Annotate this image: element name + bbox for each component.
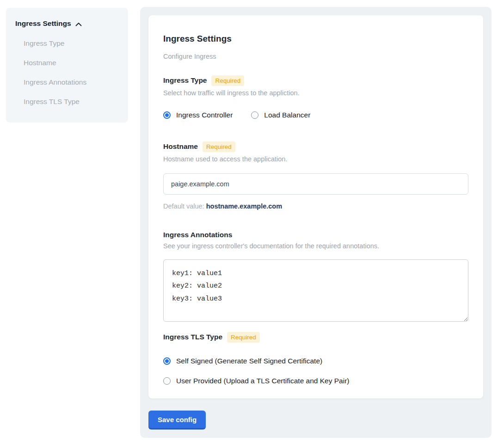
ingress-settings-card: Ingress Settings Configure Ingress Ingre… bbox=[148, 15, 483, 399]
page-subtitle: Configure Ingress bbox=[163, 53, 468, 60]
sidebar-group-ingress-settings[interactable]: Ingress Settings bbox=[15, 19, 119, 28]
radio-option-load-balancer[interactable]: Load Balancer bbox=[251, 111, 310, 119]
radio-selected-icon[interactable] bbox=[163, 357, 171, 365]
radio-label: Ingress Controller bbox=[176, 111, 233, 119]
radio-option-user-provided[interactable]: User Provided (Upload a TLS Certificate … bbox=[163, 377, 468, 385]
radio-option-self-signed[interactable]: Self Signed (Generate Self Signed Certif… bbox=[163, 357, 468, 365]
ingress-annotations-textarea[interactable]: key1: value1 key2: value2 key3: value3 bbox=[163, 259, 468, 322]
page: Ingress Settings Ingress Type Hostname I… bbox=[0, 0, 504, 448]
sidebar-item-ingress-tls-type[interactable]: Ingress TLS Type bbox=[24, 98, 119, 105]
radio-selected-icon[interactable] bbox=[163, 111, 171, 119]
section-ingress-annotations: Ingress Annotations See your ingress con… bbox=[163, 231, 468, 322]
radio-unselected-icon[interactable] bbox=[163, 377, 171, 385]
ingress-annotations-description: See your ingress controller's documentat… bbox=[163, 242, 468, 250]
radio-unselected-icon[interactable] bbox=[251, 111, 258, 119]
required-badge: Required bbox=[227, 332, 260, 343]
ingress-tls-type-label: Ingress TLS Type bbox=[163, 333, 222, 341]
hostname-label: Hostname bbox=[163, 142, 198, 151]
hostname-input[interactable] bbox=[163, 173, 468, 195]
main-panel: Ingress Settings Configure Ingress Ingre… bbox=[140, 7, 492, 438]
radio-option-ingress-controller[interactable]: Ingress Controller bbox=[163, 111, 233, 119]
sidebar-item-list: Ingress Type Hostname Ingress Annotation… bbox=[15, 40, 119, 105]
radio-label: Load Balancer bbox=[264, 111, 310, 119]
save-row: Save config bbox=[148, 411, 483, 430]
radio-label: Self Signed (Generate Self Signed Certif… bbox=[176, 357, 322, 365]
radio-label: User Provided (Upload a TLS Certificate … bbox=[176, 377, 349, 385]
sidebar-item-ingress-annotations[interactable]: Ingress Annotations bbox=[24, 79, 119, 86]
section-ingress-tls-type: Ingress TLS Type Required Self Signed (G… bbox=[163, 332, 468, 385]
hostname-default-line: Default value:hostname.example.com bbox=[163, 203, 468, 210]
ingress-type-label: Ingress Type bbox=[163, 76, 207, 85]
section-hostname: Hostname Required Hostname used to acces… bbox=[163, 141, 468, 210]
required-badge: Required bbox=[203, 141, 235, 152]
default-value-prefix: Default value: bbox=[163, 203, 204, 210]
required-badge: Required bbox=[211, 75, 244, 86]
hostname-description: Hostname used to access the application. bbox=[163, 155, 468, 163]
default-value-text: hostname.example.com bbox=[206, 203, 282, 210]
settings-sidebar: Ingress Settings Ingress Type Hostname I… bbox=[6, 8, 128, 123]
section-ingress-type: Ingress Type Required Select how traffic… bbox=[163, 75, 468, 119]
chevron-up-icon bbox=[75, 22, 82, 26]
page-title: Ingress Settings bbox=[163, 34, 468, 44]
save-config-button[interactable]: Save config bbox=[148, 411, 206, 430]
ingress-annotations-label: Ingress Annotations bbox=[163, 231, 232, 239]
ingress-type-radio-group: Ingress Controller Load Balancer bbox=[163, 111, 468, 119]
sidebar-group-label: Ingress Settings bbox=[15, 19, 71, 28]
sidebar-item-hostname[interactable]: Hostname bbox=[24, 59, 119, 67]
ingress-type-description: Select how traffic will ingress to the a… bbox=[163, 89, 468, 97]
sidebar-item-ingress-type[interactable]: Ingress Type bbox=[24, 40, 119, 47]
